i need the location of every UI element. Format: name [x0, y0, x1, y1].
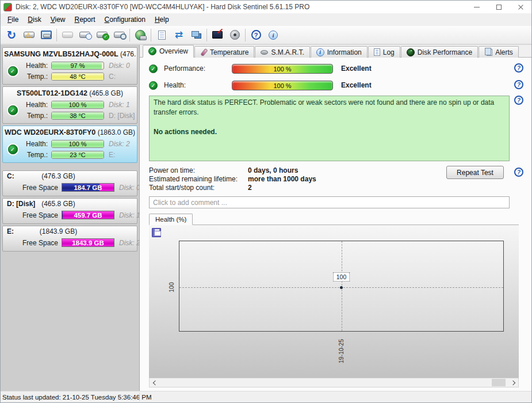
scroll-left-button[interactable]: [150, 378, 159, 387]
tab-disk-performance[interactable]: Disk Performance: [401, 46, 478, 58]
partition-panel-e[interactable]: E: (1843.9 GB) Free Space 1843.9 GB Disk…: [2, 226, 137, 252]
health-value: 100 %: [52, 101, 104, 108]
refresh-icon[interactable]: [3, 27, 20, 43]
disk-panel-wdc-selected[interactable]: WDC WD20EURX-83T0FY0 (1863.0 GB) Health:…: [2, 126, 137, 163]
free-space-bar: 459.7 GB: [62, 211, 114, 219]
data-point: [340, 286, 343, 289]
disk-panel-seagate[interactable]: ST500LT012-1DG142 (465.8 GB) Health: 100…: [2, 86, 137, 124]
menu-disk[interactable]: Disk: [23, 14, 45, 25]
help-icon[interactable]: [247, 27, 265, 43]
menu-file[interactable]: File: [3, 14, 23, 25]
title-bar: Disk: 2, WDC WD20EURX-83T0FY0 [WD-WCC4M4…: [1, 1, 531, 13]
disk-number: Disk: 1: [114, 211, 140, 219]
health-rating: Excellent: [341, 81, 372, 89]
disk-name: WDC WD20EURX-83T0FY0: [5, 128, 95, 136]
disk-search-icon[interactable]: [110, 27, 128, 43]
temp-bar: 48 °C: [51, 73, 104, 81]
synchronize-icon[interactable]: [170, 27, 187, 43]
menu-configuration[interactable]: Configuration: [100, 14, 150, 25]
health-bar: 100 %: [51, 140, 104, 148]
disk-ok-icon: [8, 145, 18, 154]
window-title: Disk: 2, WDC WD20EURX-83T0FY0 [WD-WCC4M4…: [16, 3, 466, 11]
tab-label: Information: [327, 48, 362, 56]
disk-panel-samsung[interactable]: SAMSUNG MZVLB512HAJQ-000L (476.9 GB Heal…: [2, 47, 137, 85]
health-help-icon[interactable]: [514, 80, 523, 89]
temp-label: Temp.:: [21, 73, 51, 81]
tab-label: S.M.A.R.T.: [271, 48, 304, 56]
status-box-wrap: The hard disk status is PERFECT. Problem…: [149, 96, 510, 161]
close-icon: [518, 4, 524, 10]
disk-name: SAMSUNG MZVLB512HAJQ-000L: [4, 50, 118, 58]
performance-rating: Excellent: [341, 64, 372, 73]
partition-panel-d[interactable]: D: [Disk] (465.8 GB) Free Space 459.7 GB…: [2, 198, 137, 224]
temp-bar: 38 °C: [51, 112, 104, 120]
disk-number: Disk: 1: [104, 101, 136, 109]
tab-label: Overview: [159, 47, 188, 55]
tab-label: Temperature: [210, 48, 248, 56]
tab-log[interactable]: Log: [368, 46, 400, 58]
status-box: The hard disk status is PERFECT. Problem…: [149, 96, 510, 161]
tab-temperature[interactable]: Temperature: [194, 46, 254, 58]
menu-help[interactable]: Help: [150, 14, 174, 25]
log-icon: [374, 48, 380, 56]
partition-panel-c[interactable]: C: (476.3 GB) Free Space 184.7 GB Disk: …: [2, 170, 137, 196]
scroll-right-button[interactable]: [509, 378, 518, 387]
partition-size: (476.3 GB): [4, 172, 113, 180]
scroll-thumb[interactable]: [492, 379, 506, 386]
health-label: Health:: [21, 140, 51, 148]
disk-number: Disk: 2: [114, 239, 140, 247]
performance-row: Performance: 100 % Excellent: [149, 62, 527, 75]
close-button[interactable]: [510, 1, 531, 13]
drive-letter: E:: [104, 151, 136, 159]
tab-overview[interactable]: Overview: [143, 45, 194, 58]
tab-alerts[interactable]: Alerts: [479, 46, 519, 58]
remote-monitor-icon[interactable]: [209, 27, 226, 43]
status-text: The hard disk status is PERFECT. Problem…: [154, 98, 505, 117]
chart-hscrollbar[interactable]: [149, 378, 519, 387]
chart-tab-health[interactable]: Health (%): [149, 214, 193, 225]
disk-monitor-icon[interactable]: [37, 27, 55, 43]
chevron-right-icon: [510, 380, 515, 385]
disk-title: WDC WD20EURX-83T0FY0 (1863.0 GB): [4, 127, 136, 138]
disk-clock-icon[interactable]: [76, 27, 93, 43]
toolbar-separator: [151, 29, 151, 41]
partition-size: (465.8 GB): [4, 200, 113, 208]
tab-information[interactable]: Information: [311, 46, 368, 58]
power-on-value: 0 days, 0 hours: [248, 166, 298, 174]
repeat-test-button[interactable]: Repeat Test: [446, 166, 504, 179]
disk-size: (465.8 GB): [89, 89, 123, 97]
chart-tab-row: Health (%): [149, 213, 519, 225]
free-space-label: Free Space: [21, 239, 62, 247]
info-icon: [316, 48, 324, 56]
save-chart-icon[interactable]: [152, 228, 161, 237]
menu-bar: File Disk View Report Configuration Help: [1, 13, 531, 26]
tab-smart[interactable]: S.M.A.R.T.: [255, 46, 309, 58]
y-axis-tick: 100: [168, 282, 175, 292]
status-help-icon[interactable]: [514, 96, 523, 105]
minimize-button[interactable]: [466, 1, 488, 13]
tab-label: Disk Performance: [418, 48, 472, 56]
menu-report[interactable]: Report: [70, 14, 100, 25]
report-document-icon[interactable]: [153, 27, 170, 43]
maximize-button[interactable]: [488, 1, 510, 13]
free-space-value: 459.7 GB: [62, 211, 114, 219]
performance-ok-icon: [149, 64, 158, 73]
disk-ok-icon: [8, 66, 18, 76]
sound-icon[interactable]: [226, 27, 243, 43]
tab-label: Log: [383, 48, 395, 56]
performance-help-icon[interactable]: [514, 63, 523, 73]
gauge-icon: [407, 48, 415, 56]
network-computers-icon[interactable]: [187, 27, 205, 43]
menu-view[interactable]: View: [46, 14, 70, 25]
disk-number: Disk: 0: [114, 184, 140, 192]
disk-check-icon[interactable]: [93, 27, 110, 43]
drive-letter: D: [Disk]: [104, 112, 136, 120]
network-disk-globe-icon[interactable]: [132, 27, 149, 43]
free-space-bar: 1843.9 GB: [62, 238, 114, 247]
disk-alert-icon[interactable]: [20, 27, 37, 43]
information-icon[interactable]: [265, 27, 282, 43]
repeat-test-help-icon[interactable]: [514, 168, 523, 177]
disk-disabled-icon[interactable]: [59, 27, 76, 43]
disk-title: ST500LT012-1DG142 (465.8 GB): [4, 88, 136, 99]
comment-input[interactable]: [149, 196, 510, 208]
